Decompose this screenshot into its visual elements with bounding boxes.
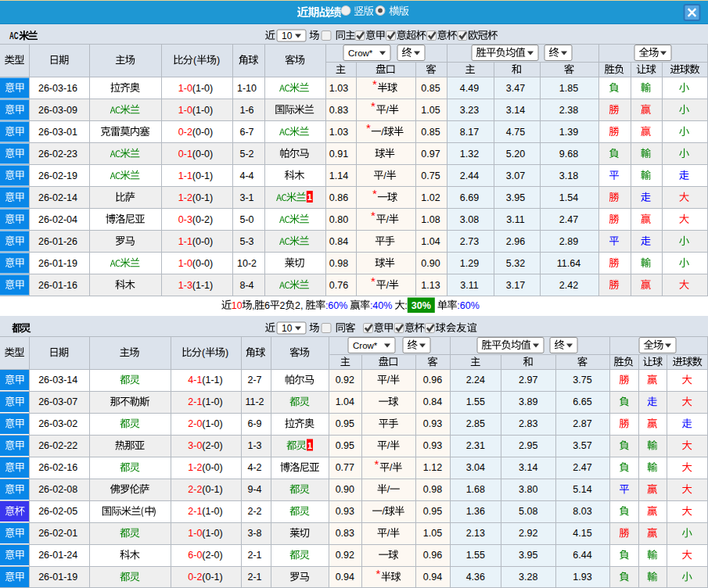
svg-text:(2-0): (2-0) (202, 550, 222, 561)
svg-text:0.93: 0.93 (423, 440, 442, 451)
svg-text:2.38: 2.38 (559, 105, 578, 116)
svg-text:6-7: 6-7 (239, 127, 253, 138)
svg-text:1.55: 1.55 (466, 396, 485, 407)
svg-text:26-02-08: 26-02-08 (38, 484, 77, 495)
svg-text:3.80: 3.80 (519, 484, 537, 495)
svg-text:/: / (387, 375, 390, 385)
svg-text:0.84: 0.84 (329, 236, 348, 247)
svg-text:/: / (383, 170, 386, 181)
svg-text:26-03-16: 26-03-16 (38, 83, 77, 94)
svg-text:1.03: 1.03 (329, 83, 348, 94)
svg-text:(0-0): (0-0) (192, 236, 213, 247)
svg-text:0-2: 0-2 (188, 572, 202, 583)
svg-text:5.32: 5.32 (506, 258, 525, 269)
svg-text:0.94: 0.94 (336, 572, 354, 583)
svg-text:10: 10 (282, 323, 293, 334)
svg-text:1.05: 1.05 (421, 105, 440, 116)
svg-text:2-1: 2-1 (188, 396, 202, 407)
svg-text:2-7: 2-7 (247, 375, 261, 385)
svg-text:10: 10 (232, 300, 243, 311)
svg-text:0.80: 0.80 (329, 214, 348, 225)
svg-text::60%: :60% (457, 300, 480, 311)
svg-text:0-1: 0-1 (178, 149, 192, 160)
svg-text:6.44: 6.44 (573, 550, 591, 561)
svg-text:/: / (382, 506, 385, 517)
svg-text:0.96: 0.96 (423, 375, 442, 385)
svg-text:*: * (366, 121, 371, 134)
svg-text:3.11: 3.11 (460, 280, 478, 291)
svg-text:26-02-23: 26-02-23 (38, 149, 77, 160)
svg-text:2.47: 2.47 (573, 462, 591, 473)
svg-text:26-03-07: 26-03-07 (38, 396, 77, 407)
svg-text:8-4: 8-4 (239, 280, 253, 291)
svg-text:6: 6 (264, 300, 270, 311)
svg-text:5-0: 5-0 (239, 214, 253, 225)
svg-text:0.84: 0.84 (423, 396, 442, 407)
svg-text:0.95: 0.95 (336, 440, 354, 451)
svg-text:26-02-16: 26-02-16 (38, 462, 77, 473)
svg-text:8.03: 8.03 (573, 506, 591, 517)
svg-text:/: / (387, 484, 390, 495)
svg-text:3.23: 3.23 (460, 105, 479, 116)
svg-text:2.95: 2.95 (519, 440, 537, 451)
svg-text:1.14: 1.14 (329, 170, 348, 181)
svg-text:6.69: 6.69 (460, 192, 479, 203)
svg-text:4.49: 4.49 (460, 83, 479, 94)
svg-text:0.86: 0.86 (329, 192, 348, 203)
svg-text:(2-0): (2-0) (202, 440, 222, 451)
svg-text:0.90: 0.90 (421, 258, 440, 269)
svg-text:0.77: 0.77 (336, 462, 354, 473)
svg-text:2-1: 2-1 (247, 572, 261, 583)
svg-text:0.98: 0.98 (329, 258, 348, 269)
svg-text:0-3: 0-3 (178, 214, 192, 225)
svg-text:2.24: 2.24 (466, 375, 485, 385)
svg-text:1-0: 1-0 (178, 83, 192, 94)
svg-text:/: / (386, 105, 389, 116)
svg-text:2.97: 2.97 (519, 375, 537, 385)
svg-text:1.02: 1.02 (421, 192, 440, 203)
svg-text:1.54: 1.54 (559, 192, 578, 203)
svg-text:2.92: 2.92 (519, 528, 537, 539)
svg-text:2.96: 2.96 (506, 236, 525, 247)
svg-text:*: * (375, 457, 379, 471)
svg-text:1-0: 1-0 (188, 528, 202, 539)
svg-text:0.95: 0.95 (336, 418, 354, 429)
svg-text:(0-1): (0-1) (192, 170, 213, 181)
svg-text:,: , (252, 300, 254, 311)
svg-text:4-1: 4-1 (188, 375, 202, 385)
svg-text:2-0: 2-0 (188, 418, 202, 429)
svg-text:2.85: 2.85 (466, 418, 485, 429)
svg-text:10: 10 (282, 30, 293, 41)
svg-text:1-0: 1-0 (178, 258, 192, 269)
svg-text:1.93: 1.93 (573, 572, 591, 583)
svg-text:3-0: 3-0 (188, 440, 202, 451)
svg-text:(1-1): (1-1) (202, 375, 222, 385)
svg-text:/: / (390, 462, 393, 473)
svg-text:AC: AC (9, 30, 19, 41)
svg-text:1-1: 1-1 (178, 170, 192, 181)
svg-text:2.89: 2.89 (559, 236, 578, 247)
svg-text:*: * (372, 77, 377, 91)
svg-text:5.20: 5.20 (506, 149, 525, 160)
svg-text:(1-0): (1-0) (192, 105, 213, 116)
svg-text:1-2: 1-2 (178, 192, 192, 203)
svg-text:/: / (386, 280, 389, 291)
svg-text:2.42: 2.42 (559, 280, 578, 291)
svg-text:2,: 2, (295, 300, 303, 311)
svg-text:0.97: 0.97 (421, 149, 440, 160)
svg-text:Crow*: Crow* (348, 48, 373, 58)
svg-text:3-8: 3-8 (247, 528, 261, 539)
svg-text:26-01-24: 26-01-24 (38, 550, 77, 561)
svg-text::40%: :40% (370, 300, 393, 311)
svg-text:2.87: 2.87 (573, 418, 591, 429)
svg-text:1: 1 (307, 441, 312, 450)
svg-text:2.31: 2.31 (466, 440, 485, 451)
svg-text:26-01-19: 26-01-19 (38, 258, 77, 269)
svg-text:1.12: 1.12 (423, 462, 442, 473)
svg-text:11.64: 11.64 (557, 258, 580, 269)
svg-text:(0-1): (0-1) (202, 484, 222, 495)
svg-text:4.15: 4.15 (573, 528, 591, 539)
svg-text:1.36: 1.36 (466, 506, 485, 517)
svg-text:): ) (217, 55, 220, 66)
svg-text:1.39: 1.39 (559, 127, 578, 138)
